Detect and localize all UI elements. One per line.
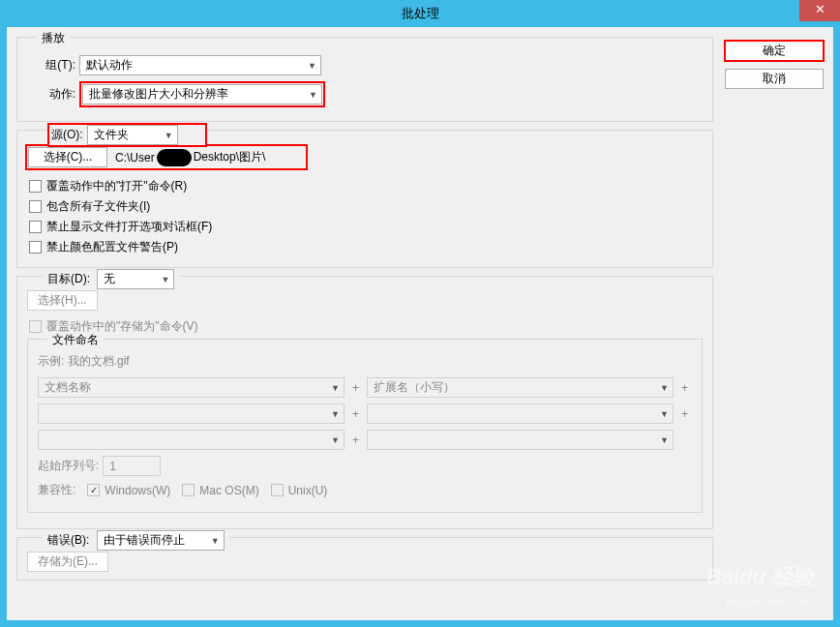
plus-icon: + bbox=[677, 381, 692, 395]
chevron-down-icon: ▼ bbox=[331, 383, 340, 393]
error-value: 由于错误而停止 bbox=[104, 532, 185, 549]
chevron-down-icon: ▼ bbox=[660, 383, 669, 393]
naming-legend: 文件命名 bbox=[47, 332, 104, 348]
chevron-down-icon: ▼ bbox=[309, 90, 317, 100]
name-field-6: ▼ bbox=[367, 430, 674, 450]
cb-suppress-color: 禁止颜色配置文件警告(P) bbox=[46, 239, 178, 255]
checkbox-icon bbox=[271, 484, 284, 496]
chevron-down-icon: ▼ bbox=[331, 409, 340, 419]
compat-mac: Mac OS(M) bbox=[180, 484, 258, 497]
start-seq-label: 起始序列号: bbox=[38, 458, 99, 474]
dialog-content: 确定 取消 播放 组(T): 默认动作 ▼ 动作: 批量修改图片大小和分辨率 ▼ bbox=[7, 27, 833, 620]
source-choose-button[interactable]: 选择(C)... bbox=[28, 147, 107, 167]
source-value: 文件夹 bbox=[94, 127, 129, 143]
chevron-down-icon: ▼ bbox=[161, 275, 169, 284]
compat-unix: Unix(U) bbox=[269, 484, 328, 497]
source-label: 源(O): bbox=[51, 127, 87, 143]
error-select[interactable]: 由于错误而停止 ▼ bbox=[97, 530, 225, 551]
titlebar: 批处理 ✕ bbox=[0, 0, 840, 27]
chevron-down-icon: ▼ bbox=[211, 536, 220, 546]
name-field-4: ▼ bbox=[367, 403, 674, 424]
source-path: C:\User Desktop\图片\ bbox=[107, 147, 273, 167]
play-fieldset: 播放 组(T): 默认动作 ▼ 动作: 批量修改图片大小和分辨率 ▼ bbox=[16, 37, 713, 122]
dest-label: 目标(D): bbox=[47, 272, 94, 285]
plus-icon: + bbox=[348, 407, 363, 421]
name-field-2: 扩展名（小写） ▼ bbox=[367, 377, 674, 398]
ok-button[interactable]: 确定 bbox=[725, 41, 824, 61]
cb-suppress-open: 禁止显示文件打开选项对话框(F) bbox=[46, 219, 212, 235]
plus-icon: + bbox=[348, 381, 363, 395]
checkbox-icon[interactable] bbox=[29, 200, 42, 213]
checkbox-icon bbox=[87, 484, 100, 496]
checkbox-icon bbox=[182, 484, 195, 496]
cb-suppress-color-row[interactable]: 禁止颜色配置文件警告(P) bbox=[27, 239, 703, 255]
cb-override-save-row: 覆盖动作中的"存储为"命令(V) bbox=[27, 318, 703, 335]
cb-override-open-row[interactable]: 覆盖动作中的"打开"命令(R) bbox=[27, 178, 703, 194]
watermark: Baidu 经验 bbox=[706, 562, 814, 591]
dest-select[interactable]: 无 ▼ bbox=[97, 269, 174, 289]
checkbox-icon[interactable] bbox=[29, 180, 42, 193]
name-field-5: ▼ bbox=[38, 430, 345, 450]
group-select[interactable]: 默认动作 ▼ bbox=[79, 55, 321, 75]
group-value: 默认动作 bbox=[86, 57, 133, 74]
action-label: 动作: bbox=[27, 86, 75, 103]
watermark-sub: jingyan.baidu.com bbox=[726, 595, 812, 607]
name-field-3: ▼ bbox=[38, 403, 345, 424]
source-fieldset: 源(O): 文件夹 ▼ 选择(C)... C:\User Desktop\图片\ bbox=[16, 130, 713, 268]
chevron-down-icon: ▼ bbox=[308, 61, 316, 71]
cb-override-open: 覆盖动作中的"打开"命令(R) bbox=[46, 178, 187, 194]
dest-fieldset: 目标(D): 无 ▼ 选择(H)... 覆盖动作中的"存储为"命令(V) 文件命… bbox=[16, 276, 713, 529]
action-value: 批量修改图片大小和分辨率 bbox=[89, 86, 228, 103]
dest-value: 无 bbox=[104, 271, 115, 287]
checkbox-icon[interactable] bbox=[29, 241, 42, 254]
start-seq-input: 1 bbox=[103, 456, 161, 476]
error-saveas-button: 存储为(E)... bbox=[27, 552, 108, 572]
compat-label: 兼容性: bbox=[38, 482, 75, 498]
play-legend: 播放 bbox=[37, 30, 70, 46]
close-button[interactable]: ✕ bbox=[799, 0, 840, 21]
group-label: 组(T): bbox=[27, 57, 75, 74]
cancel-button[interactable]: 取消 bbox=[725, 69, 824, 89]
redacted-icon bbox=[157, 149, 192, 166]
dest-choose-button: 选择(H)... bbox=[27, 290, 98, 311]
error-fieldset: 错误(B): 由于错误而停止 ▼ 存储为(E)... bbox=[16, 537, 713, 581]
chevron-down-icon: ▼ bbox=[331, 435, 340, 445]
cb-include-sub: 包含所有子文件夹(I) bbox=[46, 198, 150, 215]
source-legend-wrap: 源(O): 文件夹 ▼ bbox=[43, 123, 212, 147]
plus-icon: + bbox=[348, 433, 363, 447]
chevron-down-icon: ▼ bbox=[660, 409, 669, 419]
checkbox-icon bbox=[29, 320, 42, 333]
naming-fieldset: 文件命名 示例: 我的文档.gif 文档名称 ▼ + 扩展名（小写） ▼ + bbox=[27, 339, 703, 513]
dest-legend-wrap: 目标(D): 无 ▼ bbox=[43, 269, 179, 289]
main-column: 播放 组(T): 默认动作 ▼ 动作: 批量修改图片大小和分辨率 ▼ bbox=[16, 37, 713, 581]
window-title: 批处理 bbox=[402, 5, 439, 22]
naming-example: 示例: 我的文档.gif bbox=[38, 353, 692, 370]
source-select[interactable]: 文件夹 ▼ bbox=[87, 125, 178, 145]
chevron-down-icon: ▼ bbox=[165, 131, 173, 140]
plus-icon: + bbox=[677, 407, 692, 421]
action-select[interactable]: 批量修改图片大小和分辨率 ▼ bbox=[82, 84, 322, 104]
chevron-down-icon: ▼ bbox=[660, 435, 669, 445]
side-buttons: 确定 取消 bbox=[725, 41, 824, 97]
cb-suppress-open-row[interactable]: 禁止显示文件打开选项对话框(F) bbox=[27, 219, 703, 235]
checkbox-icon[interactable] bbox=[29, 221, 42, 233]
name-field-1: 文档名称 ▼ bbox=[38, 377, 345, 398]
error-label: 错误(B): bbox=[47, 533, 93, 547]
cb-include-sub-row[interactable]: 包含所有子文件夹(I) bbox=[27, 198, 703, 215]
compat-windows: Windows(W) bbox=[85, 484, 170, 497]
error-legend-wrap: 错误(B): 由于错误而停止 ▼ bbox=[43, 530, 229, 551]
